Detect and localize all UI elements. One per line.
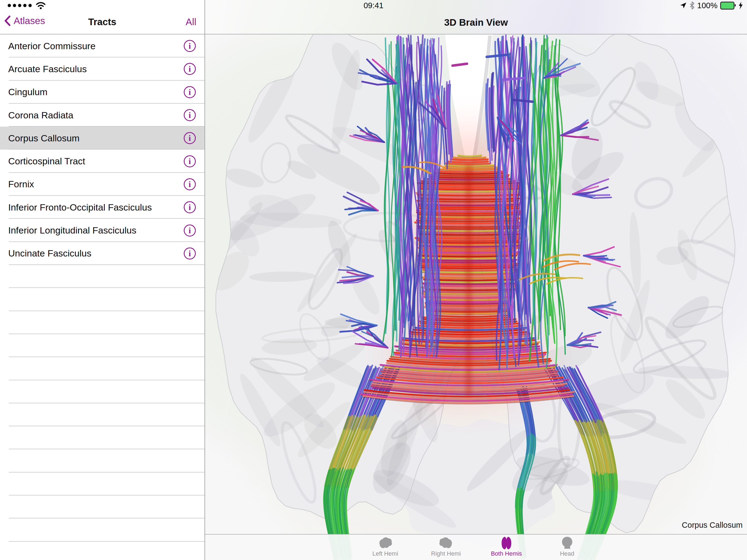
tract-label: Inferior Fronto-Occipital Fasciculus [8,202,152,213]
tract-label: Corticospinal Tract [8,156,85,167]
info-button[interactable]: i [184,225,196,236]
status-time: 09:41 [0,1,747,10]
bluetooth-icon [690,1,695,9]
tab-right-hemi[interactable]: Right Hemi [416,536,476,560]
info-button[interactable]: i [184,201,196,213]
tract-label: Anterior Commissure [8,41,96,51]
app-screen: 3D Brain View Corpus Callosum Left Hemi … [0,0,747,560]
tab-label: Right Hemi [431,550,461,557]
brain-3d-render[interactable] [205,0,747,560]
tracts-sidebar: Atlases Tracts All Anterior CommissureiA… [0,0,205,560]
tract-row-4[interactable]: Corpus Callosumi [0,127,205,150]
tab-label: Head [560,550,574,557]
tract-list: Anterior CommissureiArcuate FasciculusiC… [0,34,205,265]
page-title: 3D Brain View [205,17,747,28]
info-button[interactable]: i [184,132,196,144]
charging-bolt-icon [738,2,743,9]
tab-head[interactable]: Head [537,536,597,560]
brain-right-hemi-icon [437,536,455,550]
head-icon [559,536,576,550]
tract-row-1[interactable]: Arcuate Fasciculusi [0,57,205,80]
tract-label: Corona Radiata [8,110,73,121]
info-button[interactable]: i [184,63,196,75]
info-button[interactable]: i [184,40,196,52]
tract-row-5[interactable]: Corticospinal Tracti [0,150,205,173]
tract-label: Fornix [8,179,34,189]
brain-left-hemi-icon [377,536,394,550]
tab-label: Left Hemi [372,550,398,557]
location-arrow-icon [680,2,687,9]
tract-row-8[interactable]: Inferior Longitudinal Fasciculusi [0,219,205,242]
tab-both-hemis[interactable]: Both Hemis [476,536,537,560]
tract-row-9[interactable]: Uncinate Fasciculusi [0,242,205,265]
tract-label: Inferior Longitudinal Fasciculus [8,225,136,236]
tract-row-3[interactable]: Corona Radiatai [0,104,205,127]
info-button[interactable]: i [184,155,196,167]
view-mode-tabbar: Left Hemi Right Hemi Both Hemis Head [205,534,747,560]
selected-tract-overlay-label: Corpus Callosum [682,520,743,530]
tract-row-6[interactable]: Fornixi [0,173,205,196]
tract-label: Arcuate Fasciculus [8,64,87,74]
tract-label: Corpus Callosum [8,133,80,144]
info-button[interactable]: i [184,178,196,190]
tract-row-2[interactable]: Cingulumi [0,81,205,104]
tract-label: Uncinate Fasciculus [8,248,91,259]
empty-table-rows [9,265,205,560]
brain-3d-pane: 3D Brain View Corpus Callosum Left Hemi … [205,0,747,560]
battery-icon [720,2,735,9]
tract-row-7[interactable]: Inferior Fronto-Occipital Fasciculusi [0,196,205,219]
battery-percentage: 100% [697,1,718,10]
info-button[interactable]: i [184,109,196,121]
tab-label: Both Hemis [491,550,522,557]
tract-row-0[interactable]: Anterior Commissurei [0,34,205,57]
tract-label: Cingulum [8,87,48,97]
status-bar: 09:41 100% [0,0,747,11]
sidebar-title: Tracts [0,17,205,27]
info-button[interactable]: i [184,248,196,259]
brain-both-hemis-icon [498,536,515,550]
all-button[interactable]: All [186,17,196,27]
tab-left-hemi[interactable]: Left Hemi [355,536,415,560]
info-button[interactable]: i [184,86,196,98]
